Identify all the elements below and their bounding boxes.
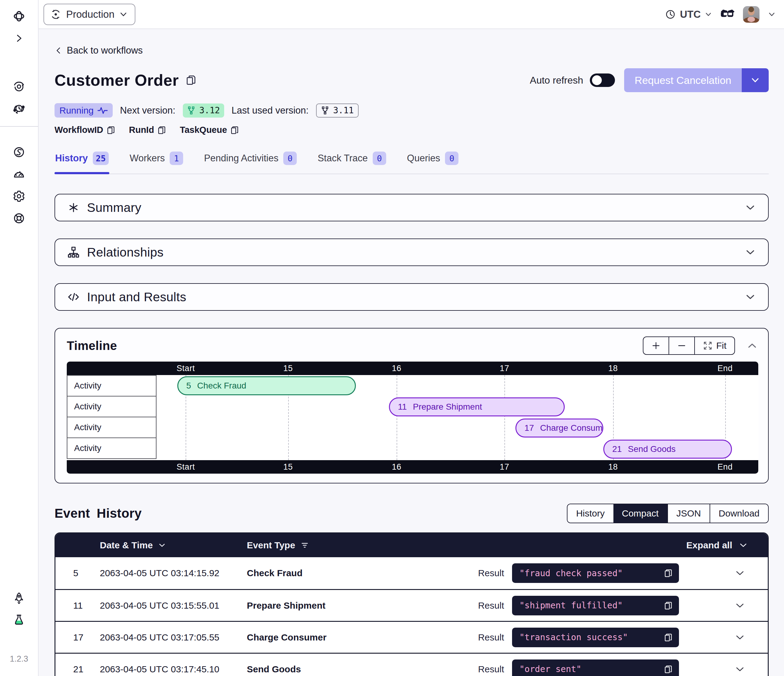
tab-count-badge: 0 bbox=[283, 152, 297, 165]
collapse-timeline-chevron-up-icon[interactable] bbox=[746, 340, 758, 352]
fit-button[interactable]: Fit bbox=[694, 337, 734, 354]
chevron-down-icon bbox=[744, 291, 756, 303]
event-row-prepare-shipment[interactable]: 11 2063-04-05 UTC 03:15:55.01 Prepare Sh… bbox=[55, 589, 768, 621]
tab-pending-activities[interactable]: Pending Activities 0 bbox=[203, 149, 297, 174]
event-type: Send Goods bbox=[247, 664, 478, 674]
tab-count-badge: 1 bbox=[170, 152, 183, 165]
plus-icon bbox=[652, 341, 661, 350]
temporal-logo-icon bbox=[12, 9, 26, 23]
next-version-value: 3.12 bbox=[199, 105, 220, 115]
last-used-version-badge: 3.11 bbox=[316, 104, 359, 118]
copy-result-icon[interactable] bbox=[664, 601, 673, 610]
expand-row-chevron-icon[interactable] bbox=[679, 567, 768, 579]
tab-queries[interactable]: Queries 0 bbox=[406, 149, 459, 174]
last-used-version-value: 3.11 bbox=[333, 105, 354, 115]
column-event-type[interactable]: Event Type bbox=[247, 540, 639, 550]
fit-label: Fit bbox=[716, 340, 726, 351]
timeline-bar-prepare-shipment[interactable]: 11 Prepare Shipment bbox=[389, 398, 565, 416]
event-row-check-fraud[interactable]: 5 2063-04-05 UTC 03:14:15.92 Check Fraud… bbox=[55, 557, 768, 589]
glasses-icon[interactable] bbox=[720, 9, 735, 20]
event-history-table-header: Date & Time Event Type Expand all bbox=[55, 533, 768, 557]
workflow-id-label: WorkflowID bbox=[54, 125, 103, 135]
task-queue-label: TaskQueue bbox=[180, 125, 227, 135]
usage-icon[interactable] bbox=[12, 167, 26, 181]
bar-label: Check Fraud bbox=[197, 381, 246, 391]
event-history-table: Date & Time Event Type Expand all 5 2063… bbox=[54, 532, 769, 676]
schedules-icon[interactable] bbox=[12, 102, 26, 116]
column-date-time[interactable]: Date & Time bbox=[100, 540, 247, 550]
chevron-left-icon bbox=[54, 47, 62, 54]
workflow-detail-page: Back to workflows Customer Order Auto re… bbox=[39, 29, 784, 676]
event-id: 21 bbox=[55, 664, 100, 674]
axis-tick: 15 bbox=[283, 462, 293, 472]
event-row-send-goods[interactable]: 21 2063-04-05 UTC 03:17:45.10 Send Goods… bbox=[55, 653, 768, 676]
expand-row-chevron-icon[interactable] bbox=[679, 600, 768, 611]
copy-icon bbox=[230, 126, 239, 135]
view-json-button[interactable]: JSON bbox=[667, 504, 709, 523]
tab-workers[interactable]: Workers 1 bbox=[129, 149, 184, 174]
result-label: Result bbox=[478, 632, 512, 643]
copy-icon bbox=[106, 126, 115, 135]
timezone-selector[interactable]: UTC bbox=[664, 9, 712, 20]
zoom-in-button[interactable] bbox=[643, 337, 669, 354]
relationships-section-header[interactable]: Relationships bbox=[55, 239, 768, 266]
input-results-section-header[interactable]: Input and Results bbox=[55, 284, 768, 310]
back-to-workflows-link[interactable]: Back to workflows bbox=[54, 45, 143, 56]
expand-row-chevron-icon[interactable] bbox=[679, 664, 768, 675]
namespace-icon bbox=[50, 8, 62, 20]
user-menu-chevron-down-icon[interactable] bbox=[767, 10, 776, 19]
timeline-bar-charge-consumer[interactable]: 17 Charge Consumer bbox=[515, 418, 603, 438]
copy-workflow-name-icon[interactable] bbox=[185, 75, 197, 86]
tab-stack-trace[interactable]: Stack Trace 0 bbox=[317, 149, 387, 174]
timeline-bar-send-goods[interactable]: 21 Send Goods bbox=[603, 440, 732, 458]
copy-result-icon[interactable] bbox=[664, 665, 673, 674]
timeline-row-label: Activity bbox=[67, 375, 157, 396]
expand-row-chevron-icon[interactable] bbox=[679, 632, 768, 643]
workflows-icon[interactable] bbox=[12, 79, 26, 93]
chevron-down-icon bbox=[119, 10, 128, 19]
chevron-down-icon bbox=[744, 246, 756, 258]
topbar: Production UTC bbox=[39, 0, 784, 29]
expand-all-button[interactable]: Expand all bbox=[639, 540, 768, 550]
timeline-bar-check-fraud[interactable]: 5 Check Fraud bbox=[177, 376, 356, 395]
timeline-row-labels: Activity Activity Activity Activity bbox=[67, 375, 157, 459]
zoom-out-button[interactable] bbox=[669, 337, 694, 354]
task-queue-copy[interactable]: TaskQueue bbox=[180, 125, 239, 135]
download-button[interactable]: Download bbox=[709, 504, 768, 523]
clock-icon bbox=[664, 9, 676, 20]
summary-section-header[interactable]: Summary bbox=[55, 194, 768, 221]
timeline-row-label: Activity bbox=[67, 438, 157, 459]
summary-section: Summary bbox=[54, 194, 769, 221]
settings-gear-icon[interactable] bbox=[12, 189, 26, 203]
axis-tick: 18 bbox=[608, 462, 618, 472]
labs-flask-icon[interactable] bbox=[12, 612, 26, 627]
request-cancelation-menu-button[interactable] bbox=[742, 68, 769, 92]
input-results-section: Input and Results bbox=[54, 283, 769, 311]
rocket-icon[interactable] bbox=[12, 591, 26, 605]
support-lifebuoy-icon[interactable] bbox=[12, 211, 26, 225]
view-history-button[interactable]: History bbox=[568, 504, 613, 523]
auto-refresh-toggle[interactable] bbox=[590, 73, 615, 87]
run-id-copy[interactable]: RunId bbox=[129, 125, 166, 135]
fit-expand-icon bbox=[703, 341, 712, 351]
namespace-selector[interactable]: Production bbox=[44, 4, 135, 25]
timeline-row-label: Activity bbox=[67, 396, 157, 417]
page-title: Customer Order bbox=[54, 71, 179, 89]
view-compact-button[interactable]: Compact bbox=[613, 504, 667, 523]
status-label: Running bbox=[59, 105, 94, 116]
event-type: Check Fraud bbox=[247, 568, 478, 578]
copy-result-icon[interactable] bbox=[664, 633, 673, 642]
workflow-tabs: History 25 Workers 1 Pending Activities … bbox=[54, 149, 769, 174]
request-cancelation-button[interactable]: Request Cancelation bbox=[624, 68, 742, 92]
tab-history[interactable]: History 25 bbox=[54, 149, 109, 174]
nexus-icon[interactable] bbox=[12, 145, 26, 159]
workflow-id-copy[interactable]: WorkflowID bbox=[54, 125, 115, 135]
last-used-version-label: Last used version: bbox=[232, 105, 309, 116]
section-label: Summary bbox=[87, 200, 142, 215]
user-avatar[interactable] bbox=[743, 6, 759, 23]
expand-sidebar-chevron-right-icon[interactable] bbox=[12, 31, 26, 45]
copy-result-icon[interactable] bbox=[664, 569, 673, 578]
tab-count-badge: 0 bbox=[445, 152, 459, 165]
tab-count-badge: 0 bbox=[373, 152, 386, 165]
event-row-charge-consumer[interactable]: 17 2063-04-05 UTC 03:17:05.55 Charge Con… bbox=[55, 621, 768, 653]
